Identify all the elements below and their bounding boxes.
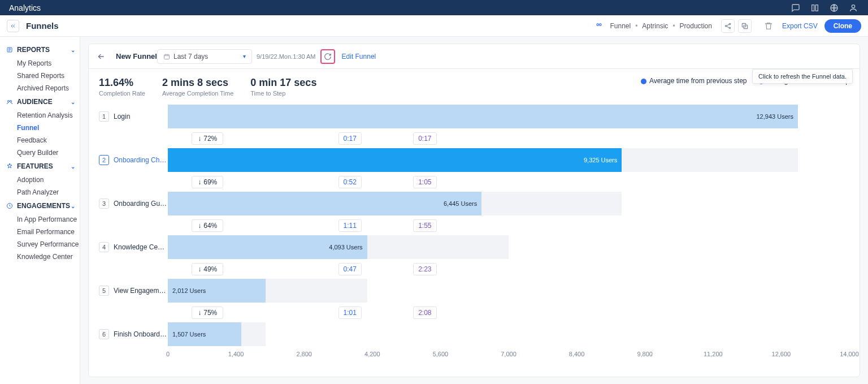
chat-icon[interactable] [790,2,801,14]
funnel-gap-row: ↓69%0:521:05 [99,172,849,192]
back-arrow-icon[interactable] [97,52,106,61]
sidebar-item[interactable]: Knowledge Center [0,251,80,263]
axis-tick: 14,000 [840,351,859,357]
user-icon[interactable] [848,2,859,14]
legend-dot-blue-icon [641,79,646,84]
funnel-breadcrumb-icon [595,22,603,30]
sidebar-item[interactable]: In App Performance [0,213,80,226]
sidebar-item[interactable]: Adoption [0,174,80,186]
time-badge-prev: 1:01 [338,307,362,319]
time-badge-first: 1:55 [413,219,436,232]
stat-label: Time to Step [250,90,316,97]
svg-point-4 [725,25,726,26]
sidebar-section-head[interactable]: FEATURES⌄ [0,159,80,174]
topbar: Analytics [0,0,868,15]
stat-value: 2 mins 8 secs [162,77,233,89]
sidebar: REPORTS⌄My ReportsShared ReportsArchived… [0,37,80,384]
funnel-step-row[interactable]: 1Login12,943 Users [99,105,849,128]
sidebar-item[interactable]: Retention Analysis [0,109,80,122]
breadcrumb-item[interactable]: Production [680,22,712,30]
funnel-gap-row: ↓72%0:170:17 [99,128,849,148]
sidebar-section-head[interactable]: REPORTS⌄ [0,42,80,57]
chevron-down-icon: ▾ [243,53,246,59]
collapse-sidebar-button[interactable] [7,20,19,32]
sidebar-item[interactable]: Shared Reports [0,70,80,82]
step-number: 1 [99,111,109,122]
sidebar-item[interactable]: Archived Reports [0,82,80,94]
bar-fill: 9,325 Users [168,148,622,172]
axis-tick: 2,800 [296,351,312,357]
funnel-step-row[interactable]: 3Onboarding Guide…6,445 Users [99,192,849,215]
sidebar-item[interactable]: My Reports [0,57,80,70]
date-range-picker[interactable]: Last 7 days ▾ [157,49,252,64]
svg-point-1 [852,5,854,7]
funnel-gap-row: ↓75%1:012:08 [99,303,849,322]
time-badge-first: 1:05 [413,176,436,188]
app-title: Analytics [9,3,41,12]
bar-users-text: 12,943 Users [757,113,793,120]
globe-icon[interactable] [828,2,840,14]
svg-rect-13 [164,54,169,59]
sidebar-section-head[interactable]: AUDIENCE⌄ [0,94,80,109]
share-icon[interactable] [721,19,735,33]
step-label: Knowledge Center… [114,243,168,251]
gap-area: ↓72%0:170:17 [168,128,849,148]
clone-button[interactable]: Clone [824,19,861,33]
breadcrumb-item[interactable]: Aptrinsic [642,22,668,30]
chevron-down-icon: ⌄ [71,203,75,209]
book-icon[interactable] [809,2,821,14]
step-number: 5 [99,286,109,296]
funnel-step-row[interactable]: 4Knowledge Center…4,093 Users [99,235,849,259]
axis-tick: 4,200 [364,351,380,357]
bar-area: 9,325 Users [168,148,849,172]
funnel-name: New Funnel [116,52,157,61]
chevron-down-icon: ⌄ [71,99,75,105]
funnel-step-row[interactable]: 2Onboarding Chec…9,325 Users [99,148,849,172]
sidebar-item[interactable]: Survey Performance [0,238,80,251]
sidebar-section-head[interactable]: ENGAGEMENTS⌄ [0,199,80,213]
axis-tick: 8,400 [569,351,585,357]
funnel-step-row[interactable]: 6Finish Onboarding1,507 Users [99,322,849,346]
bar-area: 1,507 Users [168,322,849,346]
page-title: Funnels [26,21,59,31]
bar-users-text: 4,093 Users [329,244,362,251]
trash-icon[interactable] [764,21,773,31]
step-label: Login [114,113,168,120]
axis-tick: 7,000 [501,351,517,357]
section-icon [6,202,14,210]
drop-badge: ↓69% [192,176,223,188]
export-csv-link[interactable]: Export CSV [782,22,818,30]
bar-users-text: 9,325 Users [584,157,617,163]
axis-tick: 9,800 [637,351,653,357]
bar-area: 6,445 Users [168,192,849,215]
breadcrumb-item[interactable]: Funnel [610,22,631,30]
funnel-step-row[interactable]: 5View Engagement2,012 Users [99,279,849,303]
bar-fill: 12,943 Users [168,105,798,128]
stat-value: 11.64% [99,77,145,89]
sidebar-item[interactable]: Funnel [0,122,80,134]
time-badge-prev: 0:47 [338,263,362,275]
refresh-button[interactable] [320,49,335,64]
breadcrumb: Funnel • Aptrinsic • Production [595,22,712,30]
bar-area: 12,943 Users [168,105,849,128]
sidebar-item[interactable]: Email Performance [0,226,80,238]
step-label: Onboarding Chec… [114,156,168,164]
funnel-gap-row: ↓49%0:472:23 [99,259,849,279]
bar-fill: 2,012 Users [168,279,266,303]
svg-point-5 [729,23,730,24]
sidebar-item[interactable]: Feedback [0,134,80,146]
chevron-down-icon: ⌄ [71,163,75,170]
section-icon [6,98,14,106]
sidebar-item[interactable]: Query Builder [0,146,80,159]
step-number: 2 [99,155,109,165]
svg-point-11 [10,101,12,102]
edit-funnel-link[interactable]: Edit Funnel [342,53,376,61]
copy-icon[interactable] [738,19,752,33]
drop-badge: ↓49% [192,263,223,275]
funnel-chart: 1Login12,943 Users↓72%0:170:172Onboardin… [89,101,860,377]
sidebar-item[interactable]: Path Analyzer [0,186,80,199]
legend-item-blue: Average time from previous step [641,77,747,85]
axis-tick: 1,400 [228,351,244,357]
bar-area: 2,012 Users [168,279,849,303]
refresh-tooltip: Click to refresh the Funnel data. [752,69,853,84]
